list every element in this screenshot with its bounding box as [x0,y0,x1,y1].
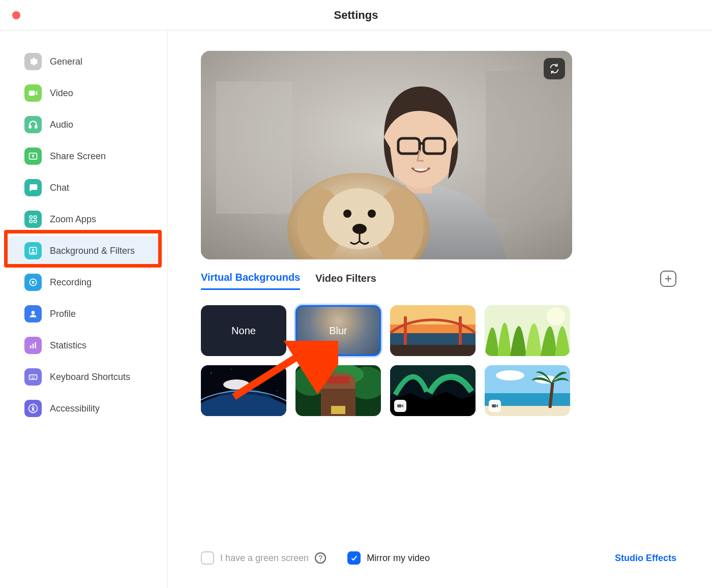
stats-icon [24,337,42,354]
help-icon[interactable]: ? [315,552,326,564]
svg-rect-58 [327,376,349,384]
svg-point-48 [211,372,212,373]
svg-point-50 [266,375,268,376]
svg-rect-59 [331,406,345,414]
sidebar-item-label: Recording [50,277,92,288]
svg-rect-14 [35,342,36,348]
svg-point-36 [352,224,367,234]
sidebar-item-zoom-apps[interactable]: Zoom Apps [7,204,160,234]
bg-tile-blur[interactable]: Blur [295,305,381,356]
sidebar-item-label: Keyboard Shortcuts [50,372,130,383]
bg-tile-bridge[interactable] [390,305,476,356]
bg-tile-earth[interactable] [201,365,286,416]
svg-rect-5 [29,220,32,223]
sidebar-item-label: Statistics [50,340,86,351]
accessibility-icon [24,400,42,417]
svg-point-8 [32,249,34,251]
video-icon [489,400,501,412]
svg-point-46 [547,307,565,326]
mirror-video-label: Mirror my video [367,553,430,564]
gear-icon [24,53,42,70]
sidebar-item-accessibility[interactable]: Accessibility [7,394,160,423]
svg-rect-12 [30,345,32,348]
svg-point-16 [31,376,32,377]
svg-rect-6 [34,220,37,223]
studio-effects-link[interactable]: Studio Effects [615,553,676,564]
headphones-icon [24,116,42,133]
svg-rect-13 [33,344,34,348]
svg-point-11 [32,311,35,314]
sidebar-item-label: Video [50,88,73,99]
svg-point-21 [33,405,34,407]
bgfilters-icon [24,242,42,259]
svg-point-62 [496,370,524,380]
mirror-video-checkbox[interactable] [347,551,361,565]
bg-tile-aurora[interactable] [390,365,476,416]
bg-tile-jungle[interactable] [295,365,381,416]
sidebar-item-label: Chat [50,183,69,193]
svg-rect-19 [32,378,35,379]
video-preview [201,51,572,259]
bg-tile-grass[interactable] [485,305,570,356]
bg-tile-beach[interactable] [485,365,570,416]
sidebar-item-recording[interactable]: Recording [7,268,160,297]
svg-point-53 [223,379,250,390]
main-panel: Virtual Backgrounds Video Filters None B… [168,31,712,588]
sidebar-item-label: General [50,56,82,67]
footer-row: I have a green screen ? Mirror my video … [201,551,676,565]
svg-rect-0 [29,126,31,128]
svg-rect-4 [34,216,37,218]
svg-rect-15 [29,375,37,379]
apps-icon [24,211,42,228]
window-title: Settings [0,9,712,22]
svg-point-10 [32,281,35,284]
share-icon [24,148,42,165]
close-window-button[interactable] [12,11,20,19]
sidebar-item-label: Background & Filters [50,246,135,256]
record-icon [24,274,42,291]
bg-tile-label: None [231,325,256,337]
video-icon [394,400,406,412]
svg-rect-1 [35,126,37,128]
sidebar-item-audio[interactable]: Audio [7,110,160,139]
settings-sidebar: General Video Audio Share Screen [0,31,168,588]
bg-tile-none[interactable]: None [201,305,286,356]
green-screen-checkbox[interactable] [201,551,214,565]
tab-virtual-backgrounds[interactable]: Virtual Backgrounds [201,272,300,290]
sidebar-item-background-filters[interactable]: Background & Filters [7,236,160,266]
profile-icon [24,305,42,322]
svg-rect-23 [216,81,292,214]
svg-point-33 [323,188,394,249]
sidebar-item-keyboard-shortcuts[interactable]: Keyboard Shortcuts [7,362,160,392]
svg-rect-24 [486,71,567,219]
svg-point-17 [32,376,33,377]
sidebar-item-label: Audio [50,120,73,130]
sidebar-item-label: Share Screen [50,151,106,162]
svg-point-49 [231,369,231,369]
sidebar-item-profile[interactable]: Profile [7,299,160,329]
svg-point-35 [368,210,376,218]
sidebar-item-video[interactable]: Video [7,78,160,108]
svg-point-18 [34,376,35,377]
chat-icon [24,179,42,196]
video-icon [24,84,42,102]
sidebar-item-statistics[interactable]: Statistics [7,331,160,360]
svg-point-34 [343,210,351,218]
sidebar-item-label: Zoom Apps [50,214,96,225]
svg-point-51 [277,390,277,391]
sidebar-item-label: Profile [50,309,76,319]
sidebar-item-share-screen[interactable]: Share Screen [7,141,160,171]
background-grid: None Blur [201,305,676,416]
tab-video-filters[interactable]: Video Filters [315,273,376,289]
sidebar-item-chat[interactable]: Chat [7,173,160,202]
sidebar-item-general[interactable]: General [7,47,160,76]
keyboard-icon [24,368,42,386]
svg-rect-3 [29,216,32,218]
green-screen-label: I have a green screen [220,553,309,564]
add-background-button[interactable] [660,271,676,287]
bg-tabs: Virtual Backgrounds Video Filters [201,272,676,290]
rotate-camera-button[interactable] [544,58,565,79]
svg-rect-44 [390,345,476,356]
sidebar-item-label: Accessibility [50,403,100,414]
bg-tile-label: Blur [329,325,347,337]
